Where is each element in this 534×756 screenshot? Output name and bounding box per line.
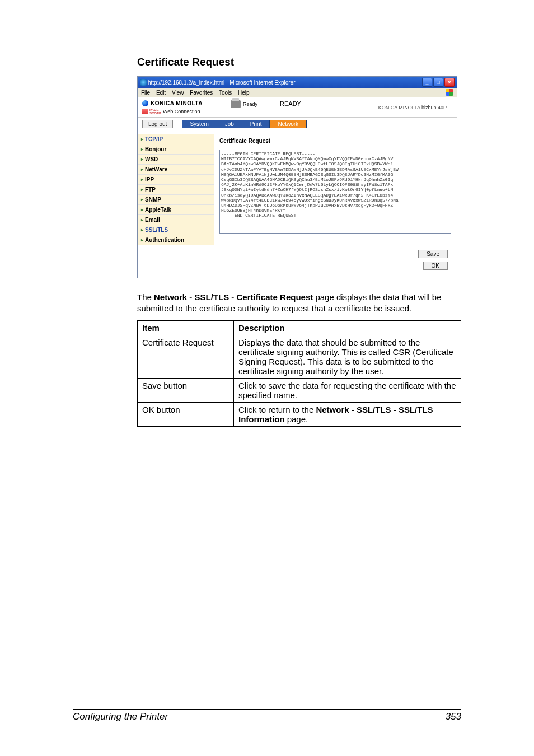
sidebar-item-netware[interactable]: NetWare xyxy=(138,165,214,175)
browser-window: http://192.168.1.2/a_index.html - Micros… xyxy=(137,76,457,278)
footer-page-number: 353 xyxy=(446,711,461,722)
pagescope-text: Web Connection xyxy=(163,109,200,114)
menubar: File Edit View Favorites Tools Help xyxy=(138,88,457,97)
printer-icon xyxy=(231,100,241,108)
page-heading: Certificate Request xyxy=(137,56,461,68)
table-header-item: Item xyxy=(138,320,234,335)
menu-file[interactable]: File xyxy=(141,90,150,96)
pagescope-icon xyxy=(142,109,148,114)
page-content: KONICA MINOLTA PAGESCOPE Web Connection … xyxy=(138,97,457,278)
menu-edit[interactable]: Edit xyxy=(156,90,166,96)
brand-logo-icon xyxy=(142,100,148,106)
description-table: Item Description Certificate Request Dis… xyxy=(137,320,461,427)
status-small: Ready xyxy=(243,101,257,107)
sidebar-item-bonjour[interactable]: Bonjour xyxy=(138,144,214,155)
sidebar-item-wsd[interactable]: WSD xyxy=(138,155,214,165)
brand-text: KONICA MINOLTA xyxy=(151,100,203,106)
sidebar: TCP/IP Bonjour WSD NetWare IPP FTP SNMP … xyxy=(138,134,214,245)
sidebar-item-authentication[interactable]: Authentication xyxy=(138,235,214,245)
close-button[interactable]: × xyxy=(444,78,455,87)
window-titlebar: http://192.168.1.2/a_index.html - Micros… xyxy=(138,77,457,88)
menu-tools[interactable]: Tools xyxy=(219,90,232,96)
tab-system[interactable]: System xyxy=(182,120,217,128)
footer-title: Configuring the Printer xyxy=(73,711,168,722)
csr-textarea[interactable] xyxy=(219,150,451,234)
table-row: Certificate Request Displays the data th… xyxy=(138,335,461,378)
sidebar-item-ftp[interactable]: FTP xyxy=(138,185,214,195)
minimize-button[interactable]: _ xyxy=(422,78,432,87)
status-large: READY xyxy=(257,100,378,107)
printer-model: KONICA MINOLTA bizhub 40P xyxy=(378,100,452,110)
sidebar-item-email[interactable]: Email xyxy=(138,215,214,225)
window-title: http://192.168.1.2/a_index.html - Micros… xyxy=(148,80,422,86)
sidebar-item-ipp[interactable]: IPP xyxy=(138,175,214,185)
sidebar-item-ssltls[interactable]: SSL/TLS xyxy=(138,225,214,235)
menu-favorites[interactable]: Favorites xyxy=(190,90,213,96)
pagescope-prefix: PAGESCOPE xyxy=(149,108,161,115)
page-footer: Configuring the Printer 353 xyxy=(73,709,461,722)
logout-button[interactable]: Log out xyxy=(142,120,173,128)
table-row: OK button Click to return to the Network… xyxy=(138,402,461,426)
sidebar-item-snmp[interactable]: SNMP xyxy=(138,195,214,205)
menu-view[interactable]: View xyxy=(172,90,184,96)
panel-title: Certificate Request xyxy=(219,138,451,146)
windows-flag-icon xyxy=(446,89,453,96)
table-row: Save button Click to save the data for r… xyxy=(138,378,461,402)
table-header-description: Description xyxy=(234,320,461,335)
tab-job[interactable]: Job xyxy=(217,120,242,128)
sidebar-item-tcpip[interactable]: TCP/IP xyxy=(138,134,214,144)
ok-button[interactable]: OK xyxy=(423,262,448,270)
save-button[interactable]: Save xyxy=(418,250,448,258)
maximize-button[interactable]: □ xyxy=(433,78,443,87)
sidebar-item-appletalk[interactable]: AppleTalk xyxy=(138,205,214,215)
tab-print[interactable]: Print xyxy=(242,120,270,128)
tab-network[interactable]: Network xyxy=(270,120,307,128)
description-paragraph: The Network - SSL/TLS - Certificate Requ… xyxy=(137,292,461,315)
ie-icon xyxy=(140,79,147,86)
menu-help[interactable]: Help xyxy=(238,90,250,96)
